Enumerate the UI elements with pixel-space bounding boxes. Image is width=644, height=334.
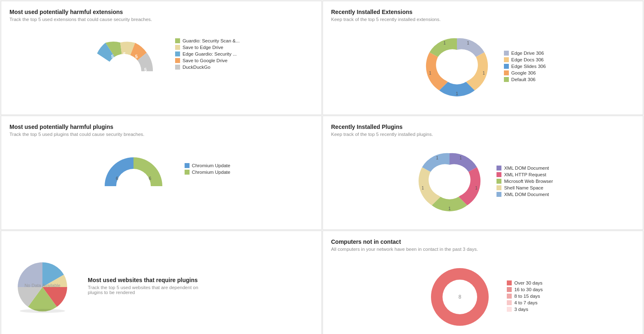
svg-text:1: 1 [449, 206, 451, 211]
recently-installed-extensions-card: Recently Installed Extensions Keep track… [323, 1, 644, 115]
rip-legend-label-3: Microsoft Web Browser [504, 179, 553, 184]
rie-legend-color-3 [504, 64, 509, 69]
harmful-plugins-chart: 6 6 [92, 145, 175, 192]
svg-text:1: 1 [475, 186, 478, 190]
computers-not-in-contact-subtitle: All computers in your network have been … [331, 247, 635, 252]
legend-label-4: Save to Google Drive [183, 58, 227, 63]
cnc-legend-item-3: 8 to 15 days [507, 294, 543, 299]
rip-legend-label-4: Shell Name Space [504, 185, 543, 190]
rip-legend-color-2 [496, 172, 501, 177]
svg-text:1: 1 [436, 156, 439, 160]
cnc-legend-item-2: 16 to 30 days [507, 287, 543, 292]
harmful-plugins-card: Most used potentially harmful plugins Tr… [1, 116, 322, 230]
legend-label-1: Guardio: Security Scan &... [183, 38, 240, 43]
legend-color-4 [175, 58, 180, 63]
svg-point-21 [20, 309, 65, 313]
recently-installed-plugins-chart-area: 1 1 1 1 1 XML DOM Document XML HTTP Requ… [331, 141, 635, 221]
cnc-legend-color-3 [507, 294, 512, 299]
legend-item-3: Edge Guardio: Security ... [175, 51, 240, 56]
svg-text:5: 5 [144, 67, 147, 72]
rip-legend-label-1: XML DOM Document [504, 166, 549, 171]
rie-legend-item-3: Edge Slides 306 [504, 64, 546, 69]
harmful-extensions-chart: 5 5 5 5 5 [83, 30, 165, 77]
rie-legend-item-5: Default 306 [504, 77, 546, 82]
legend-item-2: Save to Edge Drive [175, 45, 240, 50]
recently-installed-plugins-legend: XML DOM Document XML HTTP Request Micros… [496, 166, 553, 197]
svg-text:1: 1 [456, 91, 458, 96]
harmful-plugins-title: Most used potentially harmful plugins [9, 124, 313, 130]
legend-label-2: Save to Edge Drive [183, 45, 223, 50]
rip-legend-item-2: XML HTTP Request [496, 172, 553, 177]
cnc-legend-color-4 [507, 300, 512, 305]
legend-label-5: DuckDuckGo [183, 65, 211, 70]
recently-installed-plugins-chart: 1 1 1 1 1 [412, 145, 487, 217]
computers-not-in-contact-chart-area: 8 Over 30 days 16 to 30 days 8 to 15 day… [331, 256, 635, 334]
rie-legend-color-5 [504, 77, 509, 82]
rip-legend-color-1 [496, 166, 501, 171]
harmful-plugins-legend: Chromium Update Chromium Update [185, 163, 230, 175]
svg-point-6 [440, 50, 474, 84]
svg-text:1: 1 [482, 71, 485, 75]
recently-installed-plugins-subtitle: Keep track of the top 5 recently install… [331, 132, 635, 137]
rie-legend-label-1: Edge Drive 306 [511, 51, 544, 56]
recently-installed-plugins-title: Recently Installed Plugins [331, 124, 635, 130]
cnc-legend-item-5: 3 days [507, 307, 543, 312]
svg-text:1: 1 [467, 41, 469, 45]
hp-legend-item-2: Chromium Update [185, 170, 230, 175]
svg-text:6: 6 [149, 176, 151, 181]
svg-text:5: 5 [102, 70, 105, 75]
legend-color-1 [175, 38, 180, 43]
cnc-legend-item-4: 4 to 7 days [507, 300, 543, 305]
rip-legend-item-1: XML DOM Document [496, 166, 553, 171]
rie-legend-label-2: Edge Docs 306 [511, 57, 544, 62]
plugin-websites-text: Most used websites that require plugins … [88, 277, 203, 299]
hp-legend-label-2: Chromium Update [192, 170, 230, 175]
hp-legend-color-2 [185, 170, 190, 175]
rie-legend-item-2: Edge Docs 306 [504, 57, 546, 62]
plugin-websites-title: Most used websites that require plugins [88, 277, 203, 283]
svg-text:5: 5 [123, 51, 126, 56]
rip-legend-color-4 [496, 185, 501, 190]
recently-installed-extensions-legend: Edge Drive 306 Edge Docs 306 Edge Slides… [504, 51, 546, 82]
svg-point-15 [432, 165, 467, 199]
legend-color-2 [175, 45, 180, 50]
dashboard: Most used potentially harmful extensions… [0, 0, 644, 334]
svg-text:5: 5 [111, 54, 114, 59]
recently-installed-plugins-card: Recently Installed Plugins Keep track of… [323, 116, 644, 230]
cnc-legend-label-4: 4 to 7 days [514, 300, 537, 305]
harmful-plugins-chart-area: 6 6 Chromium Update Chromium Update [9, 141, 313, 196]
hp-legend-color-1 [185, 163, 190, 168]
cnc-legend-item-1: Over 30 days [507, 280, 543, 285]
legend-item-4: Save to Google Drive [175, 58, 240, 63]
computers-not-in-contact-card: Computers not in contact All computers i… [323, 231, 644, 334]
rie-legend-color-4 [504, 70, 509, 75]
no-data-label: No Data Available [9, 283, 75, 288]
cnc-legend-label-1: Over 30 days [514, 280, 542, 285]
harmful-extensions-chart-area: 5 5 5 5 5 Guardio: Security Scan &... Sa… [9, 26, 313, 82]
legend-color-5 [175, 65, 180, 70]
harmful-extensions-legend: Guardio: Security Scan &... Save to Edge… [175, 38, 240, 70]
svg-text:8: 8 [459, 294, 461, 300]
cnc-legend-color-5 [507, 307, 512, 312]
legend-color-3 [175, 51, 180, 56]
rip-legend-item-3: Microsoft Web Browser [496, 179, 553, 184]
cnc-legend-label-2: 16 to 30 days [514, 287, 543, 292]
computers-not-in-contact-title: Computers not in contact [331, 238, 635, 245]
hp-legend-item-1: Chromium Update [185, 163, 230, 168]
recently-installed-extensions-subtitle: Keep track of the top 5 recently install… [331, 17, 635, 22]
computers-not-in-contact-chart: 8 [423, 260, 497, 332]
rip-legend-item-5: XML DOM Document [496, 192, 553, 197]
legend-item-5: DuckDuckGo [175, 65, 240, 70]
harmful-extensions-card: Most used potentially harmful extensions… [1, 1, 322, 115]
legend-label-3: Edge Guardio: Security ... [183, 51, 237, 56]
rip-legend-color-3 [496, 179, 501, 184]
rie-legend-item-4: Google 306 [504, 70, 546, 75]
svg-text:5: 5 [135, 54, 138, 59]
hp-legend-label-1: Chromium Update [192, 163, 230, 168]
rie-legend-color-2 [504, 57, 509, 62]
rie-legend-color-1 [504, 51, 509, 56]
rip-legend-label-5: XML DOM Document [504, 192, 549, 197]
rie-legend-label-4: Google 306 [511, 70, 536, 75]
cnc-legend-color-1 [507, 280, 512, 285]
cnc-legend-label-3: 8 to 15 days [514, 294, 540, 299]
